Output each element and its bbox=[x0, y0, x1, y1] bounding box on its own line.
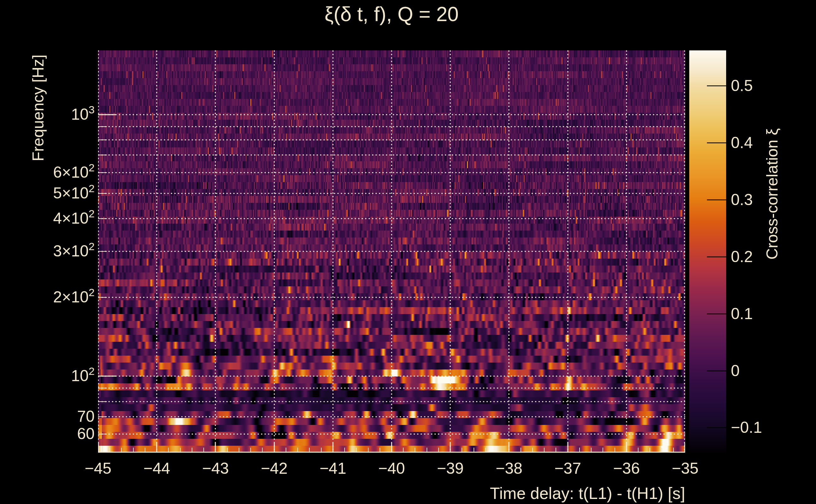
x-tick-label: −39 bbox=[419, 459, 482, 478]
colorbar-tick-label: 0 bbox=[731, 363, 813, 379]
x-tick-label: −42 bbox=[243, 459, 306, 478]
y-tick-label: 60 bbox=[19, 426, 95, 442]
y-tick-label: 5×102 bbox=[19, 185, 95, 201]
colorbar-tick-label: 0.3 bbox=[731, 192, 813, 208]
x-tick-label: −37 bbox=[536, 459, 599, 478]
x-tick-label: −38 bbox=[477, 459, 540, 478]
colorbar-tick-label: 0.1 bbox=[731, 306, 813, 322]
colorbar-tick-label: −0.1 bbox=[731, 420, 813, 435]
y-tick-label: 103 bbox=[19, 106, 95, 122]
x-axis-title: Time delay: t(L1) - t(H1) [s] bbox=[98, 484, 685, 503]
y-tick-label: 102 bbox=[19, 368, 95, 384]
x-tick-label: −40 bbox=[360, 459, 423, 478]
x-tick-label: −43 bbox=[184, 459, 247, 478]
x-tick-label: −41 bbox=[302, 459, 365, 478]
y-tick-label: 3×102 bbox=[19, 243, 95, 259]
x-tick-label: −36 bbox=[595, 459, 658, 478]
colorbar-tick-label: 0.2 bbox=[731, 249, 813, 265]
figure-title: ξ(δ t, f), Q = 20 bbox=[98, 2, 685, 26]
x-tick-label: −45 bbox=[66, 459, 129, 478]
colorbar-tick-label: 0.4 bbox=[731, 135, 813, 151]
y-tick-label: 4×102 bbox=[19, 210, 95, 226]
y-tick-label: 6×102 bbox=[19, 164, 95, 180]
heatmap-canvas bbox=[98, 50, 685, 453]
colorbar-canvas bbox=[689, 50, 726, 453]
colorbar-tick-label: 0.5 bbox=[731, 78, 813, 94]
y-tick-label: 70 bbox=[19, 409, 95, 424]
x-tick-label: −44 bbox=[125, 459, 188, 478]
y-tick-label: 2×102 bbox=[19, 289, 95, 305]
x-tick-label: −35 bbox=[654, 459, 717, 478]
